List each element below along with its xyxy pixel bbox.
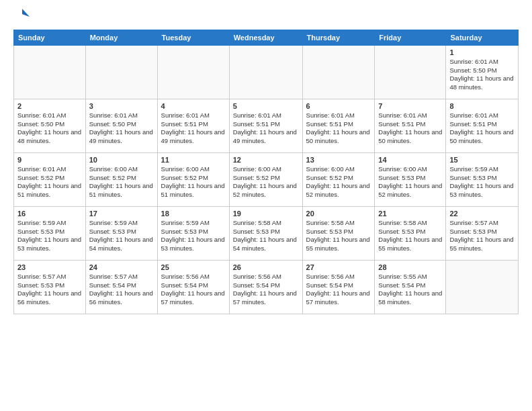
svg-marker-0 (22, 9, 30, 17)
calendar-day-cell: 8Sunrise: 6:01 AM Sunset: 5:51 PM Daylig… (446, 99, 519, 152)
calendar-header-monday: Monday (85, 30, 157, 45)
calendar-day-cell: 26Sunrise: 5:56 AM Sunset: 5:54 PM Dayli… (229, 260, 302, 314)
calendar-day-cell: 28Sunrise: 5:55 AM Sunset: 5:54 PM Dayli… (375, 260, 446, 314)
day-number: 26 (233, 263, 299, 271)
calendar-week-row: 23Sunrise: 5:57 AM Sunset: 5:53 PM Dayli… (14, 260, 519, 314)
day-info: Sunrise: 5:57 AM Sunset: 5:53 PM Dayligh… (17, 273, 82, 307)
day-info: Sunrise: 5:59 AM Sunset: 5:53 PM Dayligh… (89, 219, 154, 253)
day-number: 28 (378, 263, 442, 271)
header (13, 11, 519, 24)
day-info: Sunrise: 5:58 AM Sunset: 5:53 PM Dayligh… (378, 219, 442, 253)
calendar-header-sunday: Sunday (14, 30, 86, 45)
calendar-day-cell: 18Sunrise: 5:59 AM Sunset: 5:53 PM Dayli… (157, 206, 229, 260)
day-number: 23 (17, 263, 82, 271)
day-number: 19 (233, 210, 299, 218)
calendar-table: SundayMondayTuesdayWednesdayThursdayFrid… (13, 30, 519, 314)
day-number: 11 (161, 156, 226, 164)
day-info: Sunrise: 6:01 AM Sunset: 5:51 PM Dayligh… (161, 111, 226, 146)
day-number: 25 (161, 263, 226, 271)
page: SundayMondayTuesdayWednesdayThursdayFrid… (0, 0, 532, 411)
calendar-day-cell: 1Sunrise: 6:01 AM Sunset: 5:50 PM Daylig… (446, 45, 519, 99)
calendar-header-friday: Friday (375, 30, 446, 45)
day-info: Sunrise: 6:01 AM Sunset: 5:51 PM Dayligh… (306, 111, 371, 146)
day-info: Sunrise: 5:58 AM Sunset: 5:53 PM Dayligh… (233, 219, 299, 253)
day-number: 13 (306, 156, 371, 164)
calendar-day-cell: 27Sunrise: 5:56 AM Sunset: 5:54 PM Dayli… (302, 260, 375, 314)
calendar-header-wednesday: Wednesday (229, 30, 302, 45)
calendar-header-row: SundayMondayTuesdayWednesdayThursdayFrid… (14, 30, 519, 45)
day-info: Sunrise: 5:56 AM Sunset: 5:54 PM Dayligh… (161, 273, 226, 307)
day-info: Sunrise: 6:00 AM Sunset: 5:53 PM Dayligh… (378, 165, 442, 199)
calendar-week-row: 2Sunrise: 6:01 AM Sunset: 5:50 PM Daylig… (14, 99, 519, 152)
day-number: 4 (161, 102, 226, 110)
day-number: 22 (449, 210, 515, 218)
calendar-day-cell: 19Sunrise: 5:58 AM Sunset: 5:53 PM Dayli… (229, 206, 302, 260)
calendar-day-cell: 25Sunrise: 5:56 AM Sunset: 5:54 PM Dayli… (157, 260, 229, 314)
calendar-day-cell: 13Sunrise: 6:00 AM Sunset: 5:52 PM Dayli… (302, 152, 375, 206)
day-info: Sunrise: 5:59 AM Sunset: 5:53 PM Dayligh… (17, 219, 82, 253)
calendar-day-cell: 10Sunrise: 6:00 AM Sunset: 5:52 PM Dayli… (85, 152, 157, 206)
day-number: 3 (89, 102, 154, 110)
calendar-header-tuesday: Tuesday (157, 30, 229, 45)
logo-bird-icon (15, 7, 30, 22)
day-number: 20 (306, 210, 371, 218)
day-number: 1 (449, 48, 515, 56)
day-info: Sunrise: 5:58 AM Sunset: 5:53 PM Dayligh… (306, 219, 371, 253)
calendar-day-cell (85, 45, 157, 99)
day-number: 27 (306, 263, 371, 271)
calendar-day-cell: 6Sunrise: 6:01 AM Sunset: 5:51 PM Daylig… (302, 99, 375, 152)
calendar-day-cell: 16Sunrise: 5:59 AM Sunset: 5:53 PM Dayli… (14, 206, 86, 260)
day-number: 21 (378, 210, 442, 218)
day-info: Sunrise: 5:57 AM Sunset: 5:54 PM Dayligh… (89, 273, 154, 307)
day-info: Sunrise: 5:56 AM Sunset: 5:54 PM Dayligh… (233, 273, 299, 307)
day-info: Sunrise: 5:56 AM Sunset: 5:54 PM Dayligh… (306, 273, 371, 307)
day-info: Sunrise: 6:01 AM Sunset: 5:51 PM Dayligh… (233, 111, 299, 146)
day-info: Sunrise: 6:01 AM Sunset: 5:51 PM Dayligh… (378, 111, 442, 146)
day-number: 5 (233, 102, 299, 110)
calendar-day-cell: 3Sunrise: 6:01 AM Sunset: 5:50 PM Daylig… (85, 99, 157, 152)
logo (13, 11, 30, 24)
day-number: 18 (161, 210, 226, 218)
day-info: Sunrise: 5:59 AM Sunset: 5:53 PM Dayligh… (449, 165, 515, 199)
day-number: 17 (89, 210, 154, 218)
day-number: 7 (378, 102, 442, 110)
calendar-header-thursday: Thursday (302, 30, 375, 45)
calendar-day-cell: 2Sunrise: 6:01 AM Sunset: 5:50 PM Daylig… (14, 99, 86, 152)
day-number: 2 (17, 102, 82, 110)
calendar-header-saturday: Saturday (446, 30, 519, 45)
calendar-day-cell: 22Sunrise: 5:57 AM Sunset: 5:53 PM Dayli… (446, 206, 519, 260)
calendar-day-cell: 14Sunrise: 6:00 AM Sunset: 5:53 PM Dayli… (375, 152, 446, 206)
calendar-day-cell (229, 45, 302, 99)
calendar-week-row: 16Sunrise: 5:59 AM Sunset: 5:53 PM Dayli… (14, 206, 519, 260)
day-info: Sunrise: 6:01 AM Sunset: 5:50 PM Dayligh… (449, 58, 515, 92)
day-number: 15 (449, 156, 515, 164)
day-number: 10 (89, 156, 154, 164)
day-info: Sunrise: 6:01 AM Sunset: 5:50 PM Dayligh… (89, 111, 154, 146)
day-info: Sunrise: 6:00 AM Sunset: 5:52 PM Dayligh… (89, 165, 154, 199)
day-info: Sunrise: 6:01 AM Sunset: 5:50 PM Dayligh… (17, 111, 82, 146)
calendar-day-cell: 17Sunrise: 5:59 AM Sunset: 5:53 PM Dayli… (85, 206, 157, 260)
day-info: Sunrise: 6:01 AM Sunset: 5:51 PM Dayligh… (449, 111, 515, 146)
day-info: Sunrise: 5:59 AM Sunset: 5:53 PM Dayligh… (161, 219, 226, 253)
calendar-day-cell (375, 45, 446, 99)
day-number: 14 (378, 156, 442, 164)
day-number: 16 (17, 210, 82, 218)
day-number: 8 (449, 102, 515, 110)
calendar-week-row: 1Sunrise: 6:01 AM Sunset: 5:50 PM Daylig… (14, 45, 519, 99)
day-info: Sunrise: 6:00 AM Sunset: 5:52 PM Dayligh… (306, 165, 371, 199)
day-number: 6 (306, 102, 371, 110)
calendar-day-cell: 5Sunrise: 6:01 AM Sunset: 5:51 PM Daylig… (229, 99, 302, 152)
day-info: Sunrise: 5:57 AM Sunset: 5:53 PM Dayligh… (449, 219, 515, 253)
calendar-day-cell (14, 45, 86, 99)
day-number: 9 (17, 156, 82, 164)
calendar-day-cell: 9Sunrise: 6:01 AM Sunset: 5:52 PM Daylig… (14, 152, 86, 206)
day-info: Sunrise: 5:55 AM Sunset: 5:54 PM Dayligh… (378, 273, 442, 307)
calendar-day-cell: 23Sunrise: 5:57 AM Sunset: 5:53 PM Dayli… (14, 260, 86, 314)
day-number: 12 (233, 156, 299, 164)
calendar-day-cell: 20Sunrise: 5:58 AM Sunset: 5:53 PM Dayli… (302, 206, 375, 260)
day-number: 24 (89, 263, 154, 271)
day-info: Sunrise: 6:00 AM Sunset: 5:52 PM Dayligh… (161, 165, 226, 199)
calendar-day-cell (446, 260, 519, 314)
calendar-day-cell: 11Sunrise: 6:00 AM Sunset: 5:52 PM Dayli… (157, 152, 229, 206)
calendar-day-cell: 24Sunrise: 5:57 AM Sunset: 5:54 PM Dayli… (85, 260, 157, 314)
